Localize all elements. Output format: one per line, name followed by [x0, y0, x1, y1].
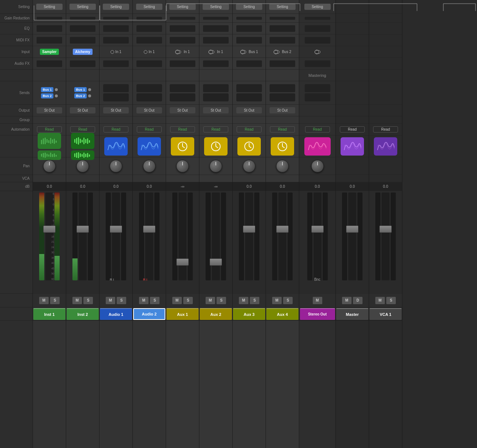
fader-track-stereoout[interactable]: [313, 193, 322, 280]
ch-aux4-setting[interactable]: Setting: [266, 0, 299, 14]
solo-button-inst1[interactable]: S: [50, 297, 60, 304]
channel-name-tab-inst2[interactable]: Inst 2: [67, 308, 99, 320]
fader-handle-aux4[interactable]: [276, 225, 289, 233]
fader-track-vca1[interactable]: [382, 193, 390, 280]
channel-name-tab-master[interactable]: Master: [336, 308, 368, 320]
fader-handle-stereoout[interactable]: [311, 225, 324, 233]
ch-audio2-pan[interactable]: [133, 157, 166, 175]
plugin-icon-inst1-bot[interactable]: [38, 150, 61, 160]
pan-knob-aux1[interactable]: [176, 160, 189, 172]
fader-handle-inst1[interactable]: [43, 225, 56, 233]
sampler-button[interactable]: Sampler: [40, 49, 59, 55]
solo-button-vca1[interactable]: S: [386, 297, 396, 304]
ch-aux4-fader[interactable]: [266, 191, 299, 294]
ch-audio1-pan[interactable]: [99, 157, 132, 175]
plugin-icon-inst2-top[interactable]: [71, 133, 94, 149]
plugin-icon-aux3[interactable]: [237, 137, 261, 156]
ch-aux2-automation[interactable]: Read: [199, 124, 232, 135]
fader-handle-aux1[interactable]: [176, 258, 189, 266]
ch-aux2-plugin[interactable]: [199, 135, 232, 157]
fader-handle-audio1[interactable]: [110, 225, 122, 233]
pan-knob-inst1[interactable]: [43, 160, 56, 172]
ch-audio2-setting[interactable]: Setting: [133, 0, 166, 14]
ch-inst1-name-row[interactable]: Inst 1: [33, 307, 66, 321]
solo-button-audio1[interactable]: S: [117, 297, 126, 304]
fader-track-inst1[interactable]: 6303691215182124303540455060: [45, 193, 53, 280]
ch-vca1-automation[interactable]: Read: [369, 124, 402, 135]
mute-button-audio2[interactable]: M: [139, 297, 149, 304]
pan-knob-aux2[interactable]: [210, 160, 222, 172]
ch-aux2-setting[interactable]: Setting: [199, 0, 232, 14]
ch-audio2-fader[interactable]: R I: [133, 191, 166, 294]
setting-button-inst2[interactable]: Setting: [70, 4, 96, 10]
ch-aux4-input[interactable]: Bus 2: [266, 46, 299, 58]
pan-knob-audio1[interactable]: [110, 160, 122, 172]
ch-master-plugin[interactable]: [336, 135, 369, 157]
ch-aux4-pan[interactable]: [266, 157, 299, 175]
ch-aux1-plugin[interactable]: [166, 135, 199, 157]
fader-handle-inst2[interactable]: [76, 225, 89, 233]
ch-inst2-setting[interactable]: Setting: [66, 0, 99, 14]
ch-audio1-automation[interactable]: Read: [99, 124, 132, 135]
ch-audio1-fader[interactable]: R I: [99, 191, 132, 294]
ch-audio2-automation[interactable]: Read: [133, 124, 166, 135]
plugin-icon-audio2[interactable]: [138, 137, 161, 156]
mute-button-aux1[interactable]: M: [172, 297, 182, 304]
ch-aux2-output[interactable]: St Out: [199, 105, 232, 116]
automation-button-audio1[interactable]: Read: [104, 126, 128, 132]
mute-button-master[interactable]: M: [342, 297, 352, 304]
ch-aux3-plugin[interactable]: [233, 135, 266, 157]
plugin-icon-aux1[interactable]: [171, 137, 194, 156]
setting-button-audio2[interactable]: Setting: [136, 4, 162, 10]
ch-stereoout-name-row[interactable]: Stereo Out: [299, 307, 335, 321]
ch-vca1-name-row[interactable]: VCA 1: [369, 307, 402, 321]
ch-aux2-input[interactable]: In 1: [199, 46, 232, 58]
plugin-icon-aux2[interactable]: [204, 137, 228, 156]
automation-button-aux3[interactable]: Read: [237, 126, 262, 132]
ch-aux3-fader[interactable]: [233, 191, 266, 294]
send-bus1-inst2[interactable]: Bus 1: [74, 87, 87, 92]
automation-button-inst2[interactable]: Read: [70, 126, 95, 132]
output-button-aux2[interactable]: St Out: [203, 107, 229, 113]
fader-track-inst2[interactable]: [79, 193, 87, 280]
output-button-audio2[interactable]: St Out: [136, 107, 162, 113]
mute-button-aux3[interactable]: M: [239, 297, 248, 304]
ch-aux1-setting[interactable]: Setting: [166, 0, 199, 14]
setting-button-audio1[interactable]: Setting: [103, 4, 129, 10]
setting-button-aux2[interactable]: Setting: [203, 4, 229, 10]
output-button-audio1[interactable]: St Out: [103, 107, 129, 113]
fader-handle-master[interactable]: [346, 225, 358, 233]
mute-button-inst2[interactable]: M: [72, 297, 82, 304]
ch-aux3-pan[interactable]: [233, 157, 266, 175]
fader-track-master[interactable]: [348, 193, 356, 280]
ch-inst1-plugin[interactable]: [33, 135, 66, 157]
automation-button-aux4[interactable]: Read: [270, 126, 295, 132]
ch-vca1-fader[interactable]: [369, 191, 402, 294]
ch-aux3-input[interactable]: Bus 1: [233, 46, 266, 58]
mute-button-inst1[interactable]: M: [39, 297, 49, 304]
ch-aux4-name-row[interactable]: Aux 4: [266, 307, 299, 321]
plugin-icon-inst1-top[interactable]: [38, 133, 61, 149]
ch-aux1-input[interactable]: In 1: [166, 46, 199, 58]
channel-name-tab-aux1[interactable]: Aux 1: [166, 308, 199, 320]
ch-stereoout-setting[interactable]: Setting: [299, 0, 335, 14]
ch-stereoout-pan[interactable]: [299, 157, 335, 175]
solo-button-aux4[interactable]: S: [283, 297, 293, 304]
ch-aux2-name-row[interactable]: Aux 2: [199, 307, 232, 321]
ch-audio2-name-row[interactable]: Audio 2: [133, 307, 166, 321]
ch-aux2-fader[interactable]: [199, 191, 232, 294]
fader-handle-aux3[interactable]: [243, 225, 255, 233]
plugin-icon-aux4[interactable]: [271, 137, 294, 156]
ch-audio2-input[interactable]: In 1: [133, 46, 166, 58]
ch-aux3-name-row[interactable]: Aux 3: [233, 307, 266, 321]
output-button-aux4[interactable]: St Out: [270, 107, 295, 113]
mute-button-aux2[interactable]: M: [206, 297, 215, 304]
ch-vca1-plugin[interactable]: [369, 135, 402, 157]
mute-button-vca1[interactable]: M: [375, 297, 385, 304]
ch-aux2-pan[interactable]: [199, 157, 232, 175]
ch-aux1-automation[interactable]: Read: [166, 124, 199, 135]
fader-track-audio2[interactable]: [145, 193, 153, 280]
channel-name-tab-inst1[interactable]: Inst 1: [33, 308, 65, 320]
d-button-master[interactable]: D: [353, 297, 363, 304]
pan-knob-aux4[interactable]: [276, 160, 289, 172]
